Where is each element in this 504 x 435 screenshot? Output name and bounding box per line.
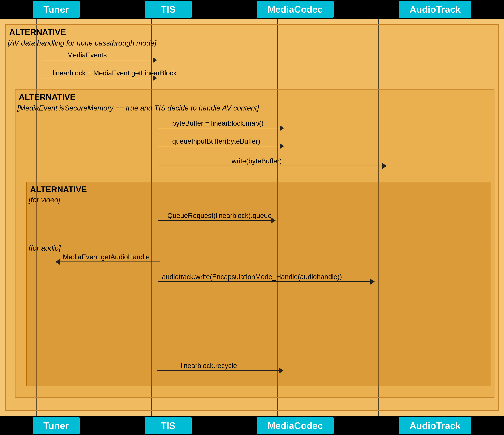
alt3-condition-audio: [for audio]: [29, 244, 61, 252]
alt-box-3: ALTERNATIVE [for video] QueueRequest(lin…: [26, 182, 491, 386]
actor-tuner-top: Tuner: [33, 1, 80, 18]
label-queue-request: QueueRequest(linearblock).queue: [167, 212, 272, 220]
label-get-audio-handle: MediaEvent.getAudioHandle: [63, 253, 150, 261]
arrow-get-audio-handle: [56, 261, 160, 262]
content-area: ALTERNATIVE [AV data handling for none p…: [0, 19, 504, 416]
actor-tis-top: TIS: [145, 1, 192, 18]
label-linearblock-get: linearblock = MediaEvent.getLinearBlock: [53, 69, 177, 77]
alt3-label: ALTERNATIVE: [30, 184, 87, 194]
alt-box-2: ALTERNATIVE [MediaEvent.isSecureMemory =…: [15, 89, 495, 398]
alt1-condition: [AV data handling for none passthrough m…: [8, 39, 156, 47]
arrow-media-events: [42, 60, 157, 60]
label-bytebuffer-map: byteBuffer = linearblock.map(): [172, 120, 263, 127]
label-linearblock-recycle: linearblock.recycle: [181, 362, 237, 370]
alt2-label: ALTERNATIVE: [19, 92, 75, 102]
label-media-events: MediaEvents: [67, 51, 107, 59]
label-queue-input: queueInputBuffer(byteBuffer): [172, 138, 260, 145]
actor-tis-bottom: TIS: [145, 417, 192, 434]
arrow-linearblock-recycle: [157, 370, 283, 371]
bottom-bar: Tuner TIS MediaCodec AudioTrack: [0, 416, 504, 435]
arrow-queue-input: [158, 146, 284, 146]
actor-audiotrack-top: AudioTrack: [399, 1, 471, 18]
alt3-separator: [27, 242, 491, 243]
actor-mediacodec-top: MediaCodec: [257, 1, 333, 18]
arrow-write-bytebuffer: [158, 165, 387, 166]
alt2-condition: [MediaEvent.isSecureMemory == true and T…: [17, 104, 259, 112]
arrow-audiotrack-write: [158, 281, 375, 282]
arrow-queue-request: [158, 220, 275, 221]
actor-tuner-bottom: Tuner: [33, 417, 80, 434]
alt-box-1: ALTERNATIVE [AV data handling for none p…: [5, 24, 499, 411]
sequence-diagram: Tuner TIS MediaCodec AudioTrack ALTERNAT…: [0, 0, 504, 435]
actor-audiotrack-bottom: AudioTrack: [399, 417, 471, 434]
alt3-condition-video: [for video]: [29, 196, 60, 204]
label-audiotrack-write: audiotrack.write(EncapsulationMode_Handl…: [162, 273, 342, 281]
arrow-linearblock-get: [42, 78, 157, 78]
top-bar: Tuner TIS MediaCodec AudioTrack: [0, 0, 504, 19]
label-write-bytebuffer: write(byteBuffer): [232, 157, 282, 165]
arrow-bytebuffer-map: [158, 128, 284, 128]
alt1-label: ALTERNATIVE: [9, 27, 66, 37]
actor-mediacodec-bottom: MediaCodec: [257, 417, 333, 434]
